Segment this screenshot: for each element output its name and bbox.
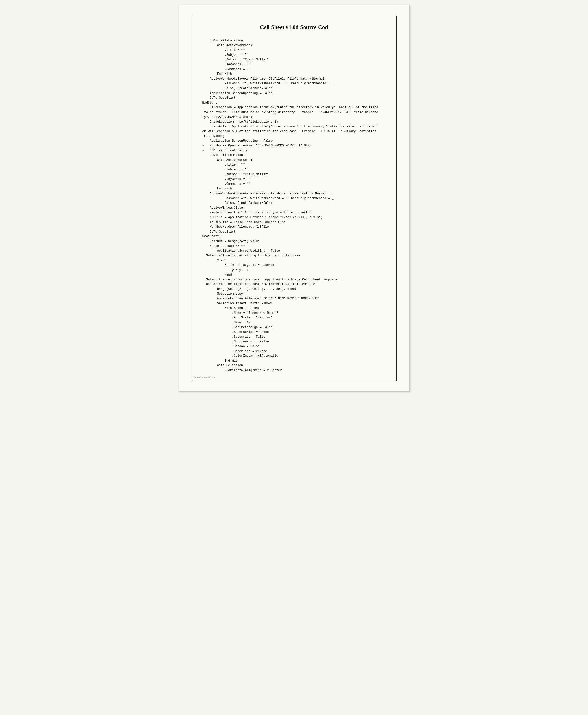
page-title: Cell Sheet v1.0d Source Cod (203, 24, 386, 30)
page-border: Cell Sheet v1.0d Source Cod ChDir FileLo… (192, 16, 397, 381)
page-container: Cell Sheet v1.0d Source Cod ChDir FileLo… (178, 5, 410, 392)
code-content: ChDir FileLocation With ActiveWorkbook .… (203, 38, 386, 373)
watermark: laurencopeland.com (194, 376, 215, 379)
